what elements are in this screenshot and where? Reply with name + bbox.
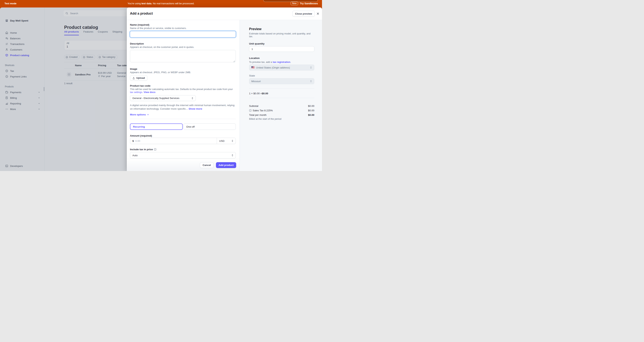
terminal-icon — [5, 164, 8, 167]
plus-circle-icon — [66, 56, 68, 58]
search-icon — [66, 12, 68, 15]
customers-icon — [5, 48, 8, 51]
sidebar-item-label: More — [10, 108, 16, 111]
chevron-down-icon — [38, 102, 40, 105]
tab-features[interactable]: Features — [84, 30, 93, 35]
tax-registration-link[interactable]: tax registration — [273, 61, 290, 64]
one-off-toggle[interactable]: One-off — [184, 124, 236, 130]
upload-button[interactable]: Upload — [130, 75, 147, 81]
sidebar-item-reporting[interactable]: Reporting — [0, 101, 44, 106]
close-icon[interactable] — [316, 12, 320, 15]
bar-chart-icon — [5, 102, 8, 105]
filter-label: Status — [86, 56, 93, 58]
shortcuts-section-label: Shortcuts — [0, 64, 44, 67]
chevron-down-icon — [38, 108, 40, 110]
home-icon — [5, 31, 8, 34]
amount-input[interactable] — [134, 138, 217, 144]
sidebar-item-payment-links[interactable]: Payment Links — [0, 74, 44, 79]
search-input[interactable] — [70, 12, 129, 15]
more-options-link[interactable]: More options — [130, 113, 236, 116]
sidebar-item-more[interactable]: More — [0, 106, 44, 112]
info-icon[interactable] — [249, 109, 252, 112]
sidebar-item-product-catalog[interactable]: Product catalog — [0, 52, 44, 58]
info-icon[interactable] — [154, 148, 156, 151]
sidebar-scrollbar[interactable] — [44, 87, 44, 91]
resize-handle-icon[interactable] — [233, 61, 235, 62]
column-pricing: Pricing — [98, 64, 117, 67]
unit-quantity-input[interactable] — [249, 46, 314, 52]
filter-tax-category[interactable]: Tax category — [97, 55, 118, 59]
close-preview-button[interactable]: Close preview — [292, 11, 315, 17]
country-select[interactable]: United States (Origin address) — [249, 65, 314, 71]
modal-footer: Cancel Add product — [127, 159, 240, 171]
global-search[interactable] — [64, 10, 131, 16]
account-switcher[interactable]: Day Well Spent — [0, 18, 28, 24]
billing-note: Billed at the start of the period — [249, 118, 314, 120]
store-icon — [5, 19, 8, 22]
tax-code-label: Product tax code — [130, 84, 236, 87]
recurring-toggle[interactable]: Recurring — [130, 124, 183, 130]
preview-divider — [249, 88, 314, 89]
show-more-link[interactable]: Show more — [188, 107, 202, 110]
tax-code-select[interactable]: General - Electronically Supplied Servic… — [130, 95, 196, 101]
us-flag-icon — [251, 66, 254, 69]
add-product-button[interactable]: Add product — [216, 162, 236, 168]
sidebar-item-tax[interactable]: Tax — [0, 68, 44, 74]
clock-icon — [5, 69, 8, 72]
sidebar-item-customers[interactable]: Customers — [0, 47, 44, 52]
tab-coupons[interactable]: Coupons — [98, 30, 108, 35]
view-docs-link[interactable]: View docs — [144, 91, 156, 94]
add-product-modal: Add a product Close preview Name (requir… — [127, 8, 322, 171]
description-textarea[interactable] — [130, 50, 236, 62]
name-hint: Name of the product or service, visible … — [130, 27, 236, 30]
select-updown-icon — [310, 66, 312, 69]
filter-chips: Created Status Tax category — [64, 55, 118, 59]
amount-input-group: $ USD — [130, 138, 236, 144]
state-label: State — [249, 74, 314, 77]
total-per-month-row: Total per month $0.00 — [249, 113, 314, 117]
preview-panel: Preview Estimate totals based on pricing… — [240, 20, 322, 171]
modal-title: Add a product — [130, 12, 153, 16]
sidebar-item-transactions[interactable]: Transactions — [0, 41, 44, 47]
currency-select[interactable]: USD — [217, 138, 236, 144]
tab-all-products[interactable]: All products — [64, 30, 79, 35]
products-section-label: Products — [0, 85, 44, 88]
cancel-button[interactable]: Cancel — [200, 162, 213, 168]
filter-status[interactable]: Status — [81, 55, 95, 59]
column-name: Name — [75, 64, 98, 67]
name-input[interactable] — [130, 31, 236, 38]
message-suffix: . No real transactions will be processed… — [152, 2, 194, 5]
include-tax-select[interactable]: Auto — [130, 152, 236, 158]
sidebar-item-developers[interactable]: Developers — [0, 163, 44, 169]
sidebar-item-billing[interactable]: Billing — [0, 95, 44, 101]
sidebar-item-label: Customers — [10, 48, 22, 51]
preview-divider — [249, 98, 314, 98]
location-label: Location — [249, 57, 314, 60]
new-badge: New — [290, 2, 298, 5]
sidebar-item-label: Product catalog — [10, 54, 29, 57]
price-amount: $19.99 USD — [98, 72, 117, 74]
filter-created[interactable]: Created — [64, 55, 80, 59]
image-field-group: Image Appears at checkout. JPEG, PNG, or… — [130, 68, 236, 81]
chevron-down-icon — [147, 113, 149, 116]
filter-label: Tax category — [102, 56, 115, 58]
sidebar-item-payments[interactable]: Payments — [0, 89, 44, 95]
sidebar-item-label: Balances — [10, 37, 20, 40]
sidebar-item-label: Developers — [10, 165, 23, 167]
select-updown-icon — [310, 80, 312, 83]
description-label: Description — [130, 42, 236, 45]
section-divider — [130, 119, 236, 119]
sidebar-item-home[interactable]: Home — [0, 30, 44, 36]
sidebar-item-label: Reporting — [10, 102, 21, 105]
state-select[interactable]: Missouri — [249, 78, 314, 84]
product-catalog-icon — [5, 54, 8, 57]
price-interval: Per year — [98, 75, 117, 78]
sidebar-nav: Home Balances Transactions Customers Pro… — [0, 30, 44, 112]
sidebar-item-balances[interactable]: Balances — [0, 36, 44, 41]
chevron-down-icon — [38, 91, 40, 93]
upload-icon — [132, 77, 135, 79]
tax-settings-link[interactable]: tax settings — [130, 91, 142, 94]
modal-header: Add a product Close preview — [127, 8, 322, 20]
tab-shipping[interactable]: Shipping — [112, 30, 122, 35]
try-sandboxes-button[interactable]: Try Sandboxes — [300, 2, 318, 5]
